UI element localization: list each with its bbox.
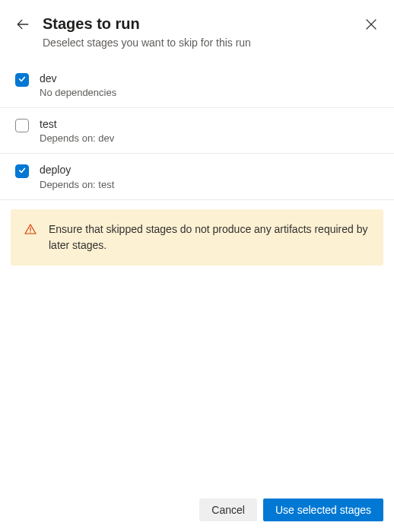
stage-name: deploy: [40, 163, 379, 177]
stage-list: dev No dependencies test Depends on: dev…: [0, 62, 394, 200]
stage-checkbox-dev[interactable]: [15, 73, 29, 87]
stage-checkbox-deploy[interactable]: [15, 164, 29, 178]
stage-text: test Depends on: dev: [40, 117, 379, 144]
panel-title: Stages to run: [43, 14, 364, 33]
stage-item-deploy[interactable]: deploy Depends on: test: [0, 154, 394, 199]
panel-header: Stages to run Deselect stages you want t…: [0, 0, 394, 59]
use-selected-stages-button[interactable]: Use selected stages: [263, 499, 383, 521]
checkmark-icon: [18, 167, 26, 176]
stage-dependency: No dependencies: [40, 87, 379, 98]
cancel-button[interactable]: Cancel: [199, 499, 257, 521]
stage-item-dev[interactable]: dev No dependencies: [0, 62, 394, 108]
stage-checkbox-test[interactable]: [15, 119, 29, 132]
svg-point-1: [30, 231, 30, 232]
back-arrow-icon: [16, 18, 30, 31]
warning-text: Ensure that skipped stages do not produc…: [49, 221, 370, 253]
spacer: [0, 275, 394, 489]
stage-name: test: [40, 117, 379, 131]
close-icon: [365, 18, 377, 30]
stage-text: dev No dependencies: [40, 72, 379, 98]
stage-name: dev: [40, 72, 379, 85]
warning-banner: Ensure that skipped stages do not produc…: [11, 209, 383, 266]
stage-dependency: Depends on: test: [40, 179, 379, 190]
warning-icon: [24, 223, 37, 235]
title-block: Stages to run Deselect stages you want t…: [43, 14, 364, 49]
stage-text: deploy Depends on: test: [40, 163, 379, 190]
stage-item-test[interactable]: test Depends on: dev: [0, 108, 394, 154]
back-button[interactable]: [15, 17, 30, 32]
stage-dependency: Depends on: dev: [40, 132, 379, 144]
checkmark-icon: [18, 75, 26, 84]
panel-subtitle: Deselect stages you want to skip for thi…: [43, 37, 364, 49]
panel-footer: Cancel Use selected stages: [0, 489, 394, 532]
close-button[interactable]: [364, 17, 379, 32]
